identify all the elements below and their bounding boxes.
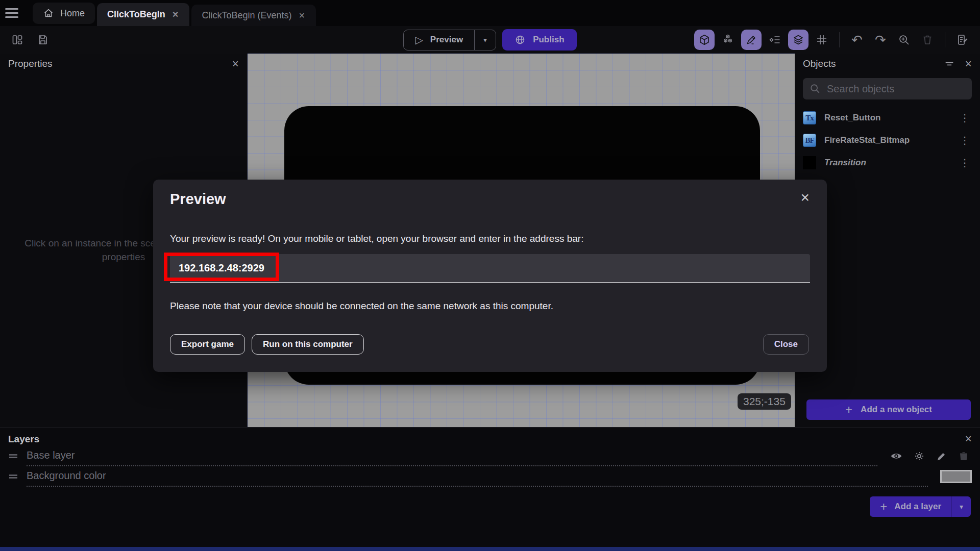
plus-icon: +: [880, 499, 887, 514]
edit-pencil-icon[interactable]: [741, 30, 762, 50]
layer-row-base-layer[interactable]: Base layer: [0, 446, 980, 466]
dialog-title: Preview: [170, 191, 226, 208]
properties-close-icon[interactable]: ×: [232, 57, 239, 71]
add-new-object-button[interactable]: + Add a new object: [806, 399, 971, 420]
grid-icon[interactable]: [812, 30, 832, 50]
publish-button-label: Publish: [533, 35, 564, 45]
close-dialog-button[interactable]: Close: [763, 334, 809, 355]
layers-close-icon[interactable]: ×: [965, 432, 972, 446]
add-layer-label: Add a layer: [894, 502, 941, 512]
preview-button-label: Preview: [430, 35, 463, 45]
properties-panel-title: Properties: [8, 58, 53, 69]
object-name: FireRateStat_Bitmap: [824, 135, 910, 145]
layers-panel: Layers × Base layer: [0, 427, 980, 547]
undo-icon[interactable]: ↶: [847, 30, 867, 50]
object-row-reset-button[interactable]: Tx Reset_Button ⋮: [795, 107, 980, 129]
dialog-close-icon[interactable]: ×: [800, 190, 810, 205]
layers-panel-title: Layers: [8, 434, 39, 445]
dialog-note-text: Please note that your device should be c…: [170, 300, 553, 312]
preview-button[interactable]: ▷ Preview ▾: [403, 30, 496, 51]
tab-clicktobegin-events[interactable]: ClickToBegin (Events) ×: [191, 5, 316, 26]
object-row-fireratestat-bitmap[interactable]: BF FireRateStat_Bitmap ⋮: [795, 129, 980, 152]
globe-icon: [514, 34, 526, 45]
tab-home[interactable]: Home: [33, 3, 95, 24]
bitmap-font-object-icon: BF: [803, 134, 816, 147]
text-object-icon: Tx: [803, 111, 816, 124]
objects-search-input[interactable]: [827, 83, 965, 95]
chevron-down-icon: ▾: [960, 503, 963, 511]
run-on-this-computer-button[interactable]: Run on this computer: [252, 334, 364, 355]
object-row-transition[interactable]: Transition ⋮: [795, 152, 980, 174]
object-name: Reset_Button: [824, 113, 881, 123]
object-menu-icon[interactable]: ⋮: [958, 112, 972, 124]
tab-bar: Home ClickToBegin × ClickToBegin (Events…: [0, 0, 980, 26]
background-color-swatch[interactable]: [940, 470, 972, 483]
add-layer-dropdown-button[interactable]: ▾: [951, 496, 971, 517]
redo-icon[interactable]: ↷: [870, 30, 891, 50]
drag-handle-icon[interactable]: [7, 470, 19, 483]
object-menu-icon[interactable]: ⋮: [958, 134, 972, 146]
tab-close-icon[interactable]: ×: [172, 9, 180, 20]
hamburger-menu-icon[interactable]: [0, 0, 23, 26]
tab-close-icon[interactable]: ×: [298, 10, 306, 21]
bottom-edge-strip: [0, 547, 980, 551]
layer-name[interactable]: Background color: [27, 470, 106, 483]
edit-layer-pencil-icon[interactable]: [936, 450, 947, 462]
objects-panel-title: Objects: [803, 58, 836, 69]
play-icon: ▷: [415, 34, 423, 46]
home-icon: [43, 8, 54, 19]
objects-close-icon[interactable]: ×: [965, 57, 972, 71]
cursor-coordinates-badge: 325;-135: [738, 393, 791, 410]
effects-icon[interactable]: [913, 450, 925, 462]
tab-label: ClickToBegin: [107, 9, 165, 20]
publish-button[interactable]: Publish: [502, 29, 576, 51]
delete-layer-trash-icon: [958, 450, 970, 462]
chevron-down-icon: ▾: [483, 36, 487, 44]
tab-label: Home: [60, 8, 85, 19]
layers-icon[interactable]: [788, 30, 808, 50]
toolbar-divider: [945, 32, 945, 47]
tab-label: ClickToBegin (Events): [202, 10, 291, 21]
preview-dropdown-button[interactable]: ▾: [474, 30, 496, 50]
3d-box-icon[interactable]: [694, 30, 715, 50]
add-layer-button[interactable]: + Add a layer ▾: [870, 496, 971, 517]
export-game-button[interactable]: Export game: [170, 334, 245, 355]
preview-address-input[interactable]: [170, 254, 810, 283]
layer-name[interactable]: Base layer: [27, 449, 75, 462]
filter-icon[interactable]: [944, 58, 955, 69]
add-object-label: Add a new object: [861, 405, 932, 415]
search-icon: [810, 83, 821, 94]
plus-icon: +: [845, 403, 852, 417]
object-name: Transition: [824, 158, 866, 168]
objects-search-box[interactable]: [803, 78, 972, 99]
black-square-object-icon: [803, 156, 816, 169]
object-menu-icon[interactable]: ⋮: [958, 157, 972, 169]
tab-clicktobegin[interactable]: ClickToBegin ×: [97, 3, 189, 26]
objects-cubes-icon[interactable]: [718, 30, 738, 50]
layer-row-background-color[interactable]: Background color: [0, 466, 980, 487]
visibility-eye-icon[interactable]: [890, 449, 903, 463]
trash-icon: [917, 30, 938, 50]
edit-events-sheet-icon[interactable]: [952, 30, 973, 50]
dialog-body-text: Your preview is ready! On your mobile or…: [170, 233, 583, 244]
instances-list-icon[interactable]: [765, 30, 785, 50]
toolbar: ▷ Preview ▾ Publish: [0, 26, 980, 54]
preview-dialog: Preview × Your preview is ready! On your…: [153, 180, 827, 372]
toolbar-divider: [839, 32, 840, 47]
drag-handle-icon[interactable]: [7, 450, 19, 462]
zoom-in-icon[interactable]: [894, 30, 914, 50]
